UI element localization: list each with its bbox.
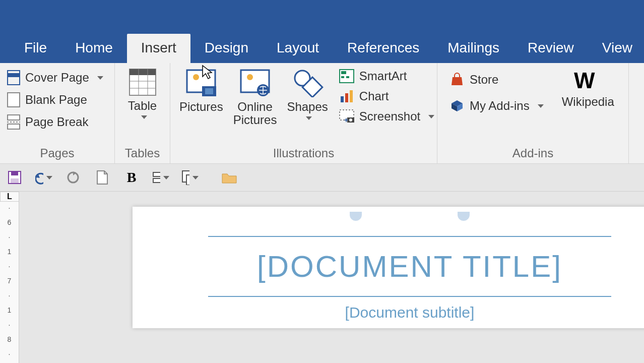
svg-point-13 xyxy=(193,74,199,80)
tab-design[interactable]: Design xyxy=(190,34,263,63)
table-icon xyxy=(128,68,157,96)
group-tables-label: Tables xyxy=(119,144,166,163)
svg-text:+: + xyxy=(344,116,348,124)
tab-home[interactable]: Home xyxy=(61,34,127,63)
svg-rect-40 xyxy=(186,175,189,185)
svg-rect-34 xyxy=(11,171,18,175)
table-button[interactable]: Table xyxy=(123,66,162,119)
svg-rect-27 xyxy=(350,90,353,102)
new-doc-button[interactable] xyxy=(94,169,111,186)
cover-page-icon xyxy=(7,70,20,85)
tab-review[interactable]: Review xyxy=(513,34,588,63)
svg-rect-7 xyxy=(130,69,156,75)
svg-text:W: W xyxy=(574,68,595,92)
svg-rect-35 xyxy=(11,178,19,184)
qat-split-1[interactable] xyxy=(152,169,169,186)
chart-label: Chart xyxy=(359,89,389,103)
wikipedia-label: Wikipedia xyxy=(562,95,614,108)
quote-decorations xyxy=(208,212,611,221)
cover-page-button[interactable]: Cover Page xyxy=(4,69,106,86)
save-icon xyxy=(8,170,22,185)
online-pictures-icon xyxy=(239,68,271,97)
shapes-label: Shapes xyxy=(287,100,328,113)
svg-rect-0 xyxy=(8,71,20,85)
tab-file[interactable]: File xyxy=(10,34,61,63)
screenshot-icon: + xyxy=(339,109,354,124)
smartart-button[interactable]: SmartArt xyxy=(336,68,437,84)
group-illustrations: Pictures Online Pictures Shapes xyxy=(170,63,437,163)
group-truncated xyxy=(629,63,644,163)
svg-rect-3 xyxy=(8,115,20,120)
screenshot-label: Screenshot xyxy=(359,109,420,124)
svg-rect-1 xyxy=(8,73,20,77)
shapes-icon xyxy=(291,68,324,97)
document-subtitle-placeholder[interactable]: [Document subtitle] xyxy=(133,297,644,328)
svg-rect-22 xyxy=(341,71,346,74)
save-button[interactable] xyxy=(6,169,23,186)
vertical-ruler[interactable]: ·6·1 ·7·1 ·8·1 ·9 xyxy=(0,202,19,363)
chart-button[interactable]: Chart xyxy=(336,88,437,104)
online-pictures-label-1: Online xyxy=(237,100,272,113)
cover-page-label: Cover Page xyxy=(25,71,89,85)
store-icon xyxy=(449,72,465,87)
repeat-button[interactable] xyxy=(65,169,82,186)
store-button[interactable]: Store xyxy=(446,71,547,88)
qat-generic-icon-1 xyxy=(152,170,160,185)
tab-mailings[interactable]: Mailings xyxy=(433,34,513,63)
svg-rect-23 xyxy=(341,76,344,78)
quote-icon xyxy=(350,212,362,221)
screenshot-button[interactable]: + Screenshot xyxy=(336,108,437,125)
online-pictures-label-2: Pictures xyxy=(233,113,277,127)
pictures-label: Pictures xyxy=(179,100,223,113)
open-folder-button[interactable] xyxy=(221,169,238,186)
repeat-icon xyxy=(66,170,80,185)
page-break-button[interactable]: Page Break xyxy=(4,113,106,131)
smartart-icon xyxy=(339,69,354,83)
my-addins-icon xyxy=(449,98,465,113)
blank-page-button[interactable]: Blank Page xyxy=(4,91,106,108)
tab-layout[interactable]: Layout xyxy=(263,34,333,63)
quick-access-toolbar: B xyxy=(0,164,644,192)
group-addins: Store My Add-ins W Wikipedia Add-ins xyxy=(437,63,629,163)
smartart-label: SmartArt xyxy=(359,69,407,83)
group-pages: Cover Page Blank Page Page Break Pages xyxy=(0,63,115,163)
online-pictures-button[interactable]: Online Pictures xyxy=(228,66,282,127)
document-title-placeholder[interactable]: [DOCUMENT TITLE] xyxy=(133,237,644,296)
my-addins-button[interactable]: My Add-ins xyxy=(446,97,547,114)
group-tables: Table Tables xyxy=(115,63,170,163)
svg-rect-4 xyxy=(8,124,20,129)
tab-view[interactable]: View xyxy=(588,34,644,63)
ruler-corner: L xyxy=(0,192,19,202)
tab-insert[interactable]: Insert xyxy=(127,34,190,63)
bold-icon: B xyxy=(127,169,137,186)
ribbon-tabs: File Home Insert Design Layout Reference… xyxy=(0,30,644,63)
svg-point-30 xyxy=(349,118,352,122)
undo-button[interactable] xyxy=(35,169,52,186)
group-addins-label: Add-ins xyxy=(441,144,624,163)
document-page[interactable]: [DOCUMENT TITLE] [Document subtitle] xyxy=(133,207,644,328)
wikipedia-button[interactable]: W Wikipedia xyxy=(557,66,619,108)
svg-rect-24 xyxy=(346,76,349,78)
table-label: Table xyxy=(128,99,157,112)
workspace: L ·6·1 ·7·1 ·8·1 ·9 [DOCUMENT TITLE] [Do… xyxy=(0,192,644,363)
wikipedia-icon: W xyxy=(574,68,602,92)
svg-rect-38 xyxy=(153,178,160,183)
qat-split-2[interactable] xyxy=(181,169,199,186)
page-area[interactable]: [DOCUMENT TITLE] [Document subtitle] xyxy=(19,192,644,363)
page-break-icon xyxy=(7,114,20,130)
pictures-icon xyxy=(185,68,217,97)
blank-page-icon xyxy=(7,92,20,107)
quote-icon xyxy=(458,212,470,221)
store-label: Store xyxy=(470,73,498,87)
tab-references[interactable]: References xyxy=(333,34,433,63)
group-pages-label: Pages xyxy=(4,144,110,163)
pictures-button[interactable]: Pictures xyxy=(174,66,228,113)
ribbon: Cover Page Blank Page Page Break Pages xyxy=(0,63,644,164)
group-illustrations-label: Illustrations xyxy=(174,144,433,163)
bold-button[interactable]: B xyxy=(123,169,140,186)
new-doc-icon xyxy=(96,170,108,185)
shapes-button[interactable]: Shapes xyxy=(282,66,333,120)
svg-rect-25 xyxy=(341,96,344,102)
titlebar xyxy=(0,0,644,30)
qat-paste-icon xyxy=(181,170,189,185)
